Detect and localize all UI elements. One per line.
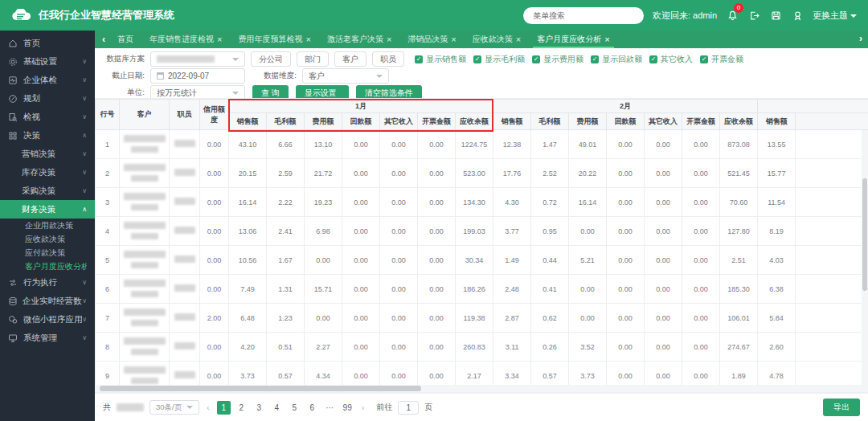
page-button-1[interactable]: 1 [217, 401, 231, 415]
page-button-4[interactable]: 4 [270, 401, 284, 415]
sidebar-item-realtime-business-data[interactable]: 企业实时经营数据∨ [0, 292, 95, 310]
cell-value-11: 0.00 [645, 217, 682, 246]
cell-staff-redacted [170, 333, 200, 362]
dimension-button-3[interactable]: 职员 [372, 51, 404, 67]
tab-close-icon[interactable]: × [451, 35, 456, 43]
tab-activate-old-customers[interactable]: 激活老客户决策× [319, 31, 399, 48]
checkbox-checked-icon[interactable]: ✓ [415, 55, 423, 63]
tabs-scroll-right-icon[interactable]: › [855, 33, 866, 44]
cell-value-11: 0.00 [645, 159, 682, 188]
tab-slow-moving-goods[interactable]: 滞销品决策× [399, 31, 464, 48]
notification-bell-icon[interactable]: 0 [726, 9, 739, 22]
next-page-icon[interactable]: › [360, 403, 366, 412]
decision-icon [8, 130, 18, 141]
display-checkbox-1[interactable]: ✓显示毛利额 [473, 54, 525, 65]
sidebar-item-basic-settings[interactable]: 基础设置∨ [0, 52, 95, 71]
sidebar-item-behavior-execution[interactable]: 行为执行∨ [0, 273, 95, 292]
checkbox-checked-icon[interactable]: ✓ [700, 55, 708, 63]
display-checkbox-3[interactable]: ✓显示回款额 [591, 54, 642, 65]
sidebar-item-enterprise-payment-decision[interactable]: 企业用款决策 [0, 219, 95, 232]
cell-value-6: 199.03 [456, 217, 493, 246]
chevron-down-icon [186, 406, 193, 409]
horizontal-scrollbar[interactable] [95, 385, 868, 392]
sidebar-item-home[interactable]: 首页 [0, 34, 95, 52]
cell-customer-redacted [120, 275, 170, 304]
dimension-select[interactable]: 客户 [302, 68, 389, 84]
page-button-3[interactable]: 3 [252, 401, 266, 415]
main-content: 数据库方案 分公司部门客户职员 ✓显示销售额✓显示毛利额✓显示费用额✓显示回款额… [95, 48, 868, 421]
cell-customer-redacted [120, 188, 170, 217]
cell-value-4: 0.00 [380, 188, 418, 217]
sidebar-item-system-management[interactable]: 系统管理∨ [0, 329, 95, 347]
display-checkbox-2[interactable]: ✓显示费用额 [532, 54, 583, 65]
cell-value-3: 0.00 [342, 217, 380, 246]
sidebar-item-label: 微信小程序应用 [23, 314, 82, 325]
tab-receivables-decision[interactable]: 应收款决策× [465, 31, 529, 48]
vertical-scrollbar[interactable] [862, 130, 868, 386]
sidebar-item-decision[interactable]: 决策∧ [0, 126, 95, 145]
tab-annual-sales-progress[interactable]: 年度销售进度检视× [141, 31, 230, 48]
tabs-scroll-left-icon[interactable]: ‹ [98, 34, 109, 45]
display-checkbox-5[interactable]: ✓开票金额 [700, 54, 743, 65]
display-checkbox-4[interactable]: ✓其它收入 [649, 54, 693, 65]
tab-home[interactable]: 首页 [109, 31, 141, 48]
tab-close-icon[interactable]: × [217, 35, 222, 43]
dimension-button-0[interactable]: 分公司 [251, 51, 291, 67]
cell-value-5: 0.00 [418, 188, 456, 217]
cell-value-13: 70.60 [720, 188, 758, 217]
sidebar-item-inspection[interactable]: 检视∨ [0, 108, 95, 126]
goto-page-input[interactable] [398, 401, 419, 415]
sidebar-item-wechat-miniprogram[interactable]: 微信小程序应用∨ [0, 310, 95, 329]
cell-value-0: 16.14 [229, 188, 267, 217]
cell-value-3: 0.00 [342, 333, 380, 362]
theme-switcher[interactable]: 更换主题 [813, 10, 857, 22]
filter-panel: 数据库方案 分公司部门客户职员 ✓显示销售额✓显示毛利额✓显示费用额✓显示回款额… [95, 48, 868, 98]
horizontal-scrollbar-thumb[interactable] [100, 386, 421, 391]
column-header-m2-3: 回款额 [607, 113, 645, 130]
checkbox-label: 显示销售额 [426, 54, 466, 65]
sidebar-item-finance-decision[interactable]: 财务决策∧ [0, 200, 95, 219]
welcome-text: 欢迎回来: admin [653, 10, 717, 22]
sidebar-item-purchasing-decision[interactable]: 采购决策∨ [0, 182, 95, 200]
tab-label: 应收款决策 [473, 34, 513, 45]
sidebar-item-receivables-decision[interactable]: 应收款决策 [0, 232, 95, 246]
cell-value-13: 185.30 [720, 275, 758, 304]
tab-close-icon[interactable]: × [516, 35, 521, 43]
page-button-5[interactable]: 5 [288, 401, 301, 415]
cell-filler [796, 333, 868, 362]
checkbox-checked-icon[interactable]: ✓ [473, 55, 481, 63]
page-button-2[interactable]: 2 [235, 401, 248, 415]
page-button-99[interactable]: 99 [341, 401, 354, 415]
sidebar-item-enterprise-checkup[interactable]: 企业体检∨ [0, 71, 95, 89]
sidebar-item-planning[interactable]: 规划∨ [0, 89, 95, 108]
tab-close-icon[interactable]: × [604, 35, 609, 43]
tab-annual-expense-budget[interactable]: 费用年度预算检视× [230, 31, 318, 48]
display-checkbox-0[interactable]: ✓显示销售额 [415, 54, 466, 65]
cell-staff-redacted [170, 130, 200, 159]
tab-close-icon[interactable]: × [387, 35, 391, 43]
sidebar-item-marketing-decision[interactable]: 营销决策∨ [0, 145, 95, 163]
prev-page-icon[interactable]: ‹ [205, 403, 211, 412]
logout-icon[interactable] [747, 9, 760, 22]
page-button-6[interactable]: 6 [305, 401, 319, 415]
cell-value-0: 4.20 [229, 333, 267, 362]
checkbox-checked-icon[interactable]: ✓ [591, 55, 599, 63]
end-date-input[interactable]: 2022-09-07 [150, 68, 245, 84]
page-size-select[interactable]: 30条/页 [149, 400, 199, 415]
export-button[interactable]: 导出 [823, 399, 860, 416]
sidebar-item-payables-decision[interactable]: 应付款决策 [0, 246, 95, 260]
tab-customer-monthly-receivable[interactable]: 客户月度应收分析× [529, 31, 617, 48]
save-icon[interactable] [769, 9, 782, 22]
dimension-button-2[interactable]: 客户 [334, 51, 366, 67]
sidebar-item-customer-monthly-receivable[interactable]: 客户月度应收分析 [0, 260, 95, 273]
award-icon[interactable] [791, 9, 804, 22]
dimension-button-1[interactable]: 部门 [297, 51, 329, 67]
checkbox-checked-icon[interactable]: ✓ [649, 55, 657, 63]
vertical-scrollbar-thumb[interactable] [862, 178, 867, 291]
checkbox-checked-icon[interactable]: ✓ [532, 55, 540, 63]
tab-close-icon[interactable]: × [305, 35, 310, 43]
sidebar-item-label: 库存决策 [22, 167, 55, 178]
sidebar-item-inventory-decision[interactable]: 库存决策∨ [0, 163, 95, 182]
scheme-select[interactable] [150, 51, 245, 67]
header-search-input[interactable] [523, 7, 644, 24]
